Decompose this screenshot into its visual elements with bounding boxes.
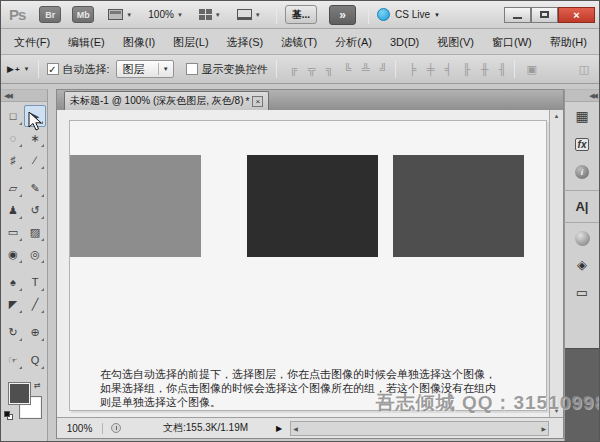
hand-tool[interactable]: ☞ — [2, 349, 24, 371]
3d-rotate-tool[interactable]: ↻ — [2, 321, 24, 343]
tools-panel-collapse-button[interactable]: ◀◀ — [1, 90, 47, 102]
distribute-icon[interactable]: ╫ — [477, 63, 493, 75]
swatches-panel-icon[interactable]: ▦ — [567, 102, 597, 130]
photoshop-logo: Ps — [9, 6, 25, 23]
dark-gray-layer[interactable] — [247, 155, 378, 257]
launch-mini-bridge-button[interactable]: Mb — [72, 6, 94, 23]
view-extras-button[interactable]: ▼ — [105, 6, 135, 24]
panel-dock-expand-button[interactable]: ◀◀ — [565, 90, 599, 102]
menu-item[interactable]: 窗口(W) — [483, 29, 541, 55]
menu-item[interactable]: 图层(L) — [164, 29, 217, 55]
distribute-icon[interactable]: ╢ — [495, 63, 511, 75]
canvas[interactable]: 在勾选自动选择的前提下，选择图层，你在点击图像的时候会单独选择这个图像， 如果选… — [69, 120, 547, 411]
auto-select-dropdown[interactable]: 图层 ▼ — [116, 60, 174, 78]
maximize-button[interactable] — [531, 7, 558, 23]
distribute-icon[interactable]: ╪ — [423, 63, 439, 75]
crop-tool[interactable]: ♯ — [2, 149, 24, 171]
menu-item[interactable]: 滤镜(T) — [272, 29, 326, 55]
move-tool-icon: ▶ — [7, 64, 14, 74]
document-tab-title: 未标题-1 @ 100% (深灰色图层, 灰色/8) — [70, 94, 244, 108]
clone-stamp-tool[interactable]: ♟ — [2, 199, 24, 221]
foreground-color-swatch[interactable] — [9, 383, 30, 404]
scroll-left-icon[interactable]: ◀ — [293, 425, 298, 432]
align-icon[interactable]: ╩ — [358, 63, 374, 75]
scroll-right-icon[interactable]: ▶ — [541, 425, 546, 432]
workspace-overflow-button[interactable]: » — [329, 5, 356, 25]
zoom-level-button[interactable]: 100% ▼ — [145, 6, 186, 24]
vertical-scrollbar[interactable]: ▲ ▼ — [549, 110, 563, 417]
photoshop-window: Ps Br Mb ▼ 100% ▼ ▼ ▼ 基... » CS Live ▼ — [0, 0, 600, 442]
character-panel-icon[interactable]: A| — [564, 190, 600, 218]
history-brush-tool[interactable]: ↺ — [24, 199, 46, 221]
align-icon[interactable]: ╗ — [322, 63, 338, 75]
chevron-down-icon: ▼ — [255, 12, 261, 18]
type-tool[interactable]: T — [24, 271, 46, 293]
align-icon[interactable]: ╦ — [304, 63, 320, 75]
scroll-up-icon[interactable]: ▲ — [554, 110, 560, 122]
menu-item[interactable]: 分析(A) — [326, 29, 381, 55]
minimize-button[interactable] — [504, 7, 531, 23]
cs-live-button[interactable]: CS Live ▼ — [377, 8, 440, 21]
layer-comps-panel-icon[interactable]: ◈ — [567, 250, 597, 278]
styles-panel-icon[interactable]: fx — [567, 130, 597, 158]
medium-gray-layer[interactable] — [393, 155, 524, 257]
auto-select-checkbox[interactable]: ✓ — [47, 63, 59, 75]
distribute-icon[interactable]: ╞ — [405, 63, 421, 75]
pasteboard: 在勾选自动选择的前提下，选择图层，你在点击图像的时候会单独选择这个图像， 如果选… — [57, 110, 549, 417]
default-colors-icon[interactable] — [4, 411, 13, 420]
horizontal-scrollbar[interactable]: ◀ ▶ — [290, 421, 549, 436]
menu-item[interactable]: 3D(D) — [381, 29, 428, 55]
swap-colors-icon[interactable]: ⇄ — [34, 381, 41, 390]
document-tab-bar: 未标题-1 @ 100% (深灰色图层, 灰色/8) * × — [57, 90, 563, 110]
eraser-tool[interactable]: ▭ — [2, 221, 24, 243]
arrange-documents-button[interactable]: ▼ — [196, 6, 224, 24]
workspace-button[interactable]: 基... — [285, 5, 317, 24]
divider — [276, 60, 277, 78]
chevron-down-icon: ▼ — [158, 63, 173, 75]
gradient-tool[interactable]: ▨ — [24, 221, 46, 243]
tool-preset-button[interactable]: ▶ + ▼ — [7, 64, 30, 74]
document-tab[interactable]: 未标题-1 @ 100% (深灰色图层, 灰色/8) * × — [64, 91, 269, 110]
close-button[interactable]: × — [558, 7, 595, 23]
screen-mode-button[interactable]: ▼ — [234, 6, 264, 24]
status-menu-arrow-icon[interactable]: ▶ — [276, 424, 282, 433]
align-icon[interactable]: ╝ — [376, 63, 392, 75]
menu-item[interactable]: 图像(I) — [114, 29, 164, 55]
brush-tool[interactable]: ✎ — [24, 177, 46, 199]
menu-item[interactable]: 选择(S) — [218, 29, 273, 55]
document-window: 未标题-1 @ 100% (深灰色图层, 灰色/8) * × 在勾选自动选择的前… — [56, 89, 564, 439]
line-tool[interactable]: ╱ — [24, 293, 46, 315]
healing-brush-tool[interactable]: ▱ — [2, 177, 24, 199]
light-gray-layer[interactable] — [70, 155, 201, 257]
launch-bridge-button[interactable]: Br — [39, 6, 61, 23]
masks-panel-icon[interactable]: ▭ — [567, 278, 597, 306]
distribute-icon[interactable]: ╡ — [441, 63, 457, 75]
lasso-tool[interactable]: ◌ — [2, 127, 24, 149]
status-zoom-field[interactable]: 100% — [57, 423, 103, 434]
menu-item[interactable]: 视图(V) — [428, 29, 483, 55]
auto-select-label: 自动选择: — [63, 62, 110, 77]
pen-tool[interactable]: ♠ — [2, 271, 24, 293]
menu-item[interactable]: 编辑(E) — [59, 29, 114, 55]
distribute-icon[interactable]: ╟ — [459, 63, 475, 75]
info-panel-icon[interactable]: i — [567, 158, 597, 186]
panel-toggle-icon[interactable]: ◫ — [576, 63, 592, 76]
blur-tool[interactable]: ◉ — [2, 243, 24, 265]
rectangular-marquee-tool[interactable]: □ — [2, 105, 24, 127]
3d-panel-icon[interactable]: ● — [564, 222, 600, 250]
3d-orbit-tool[interactable]: ⊕ — [24, 321, 46, 343]
color-swatches: ⇄ — [1, 381, 47, 433]
auto-align-layers-icon[interactable]: ▣ — [524, 63, 540, 76]
tab-close-icon[interactable]: × — [252, 96, 263, 107]
eyedropper-tool[interactable]: ∕ — [24, 149, 46, 171]
align-icon[interactable]: ╚ — [340, 63, 356, 75]
divider — [38, 60, 39, 78]
menu-item[interactable]: 文件(F) — [5, 29, 59, 55]
zoom-tool[interactable]: Q — [24, 349, 46, 371]
show-transform-checkbox[interactable] — [186, 63, 198, 75]
align-icon[interactable]: ╔ — [286, 63, 302, 75]
view-extras-icon — [108, 9, 123, 20]
path-selection-tool[interactable]: ◤ — [2, 293, 24, 315]
dodge-tool[interactable]: ◎ — [24, 243, 46, 265]
menu-item[interactable]: 帮助(H) — [541, 29, 596, 55]
